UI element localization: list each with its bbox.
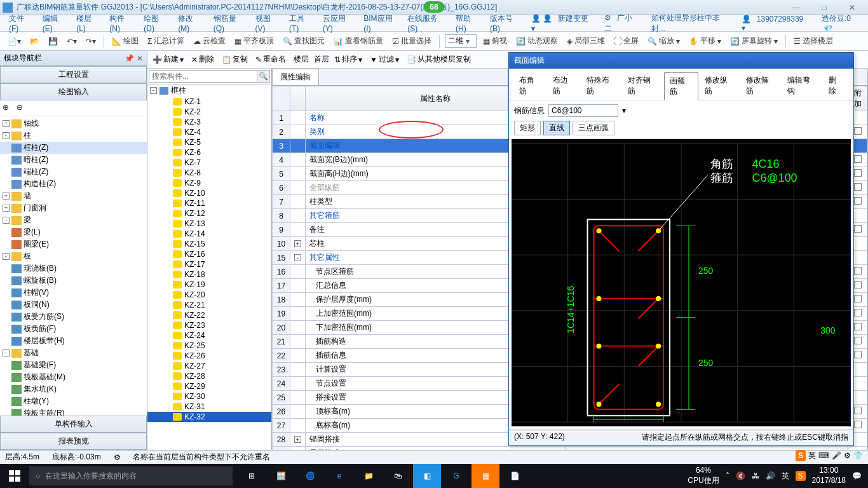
section-tab[interactable]: 编辑弯钩 <box>782 72 822 100</box>
menu-version[interactable]: 版本号(B) <box>486 11 525 35</box>
tray-up-icon[interactable]: ˄ <box>726 471 729 480</box>
section-report[interactable]: 报表预览 <box>0 433 147 450</box>
app-icon-6[interactable]: 📄 <box>501 464 529 488</box>
section-project[interactable]: 工程设置 <box>0 66 147 83</box>
nav-item[interactable]: 现浇板(B) <box>0 262 147 274</box>
component-item[interactable]: KZ-17 <box>147 259 271 269</box>
nav-item[interactable]: 螺旋板(B) <box>0 274 147 287</box>
nav-item[interactable]: 圈梁(E) <box>0 238 147 250</box>
open-icon[interactable]: 📂 <box>27 36 42 47</box>
component-item[interactable]: KZ-3 <box>147 117 271 127</box>
filter-button[interactable]: ▼过滤▾ <box>367 53 402 66</box>
nav-item[interactable]: 集水坑(K) <box>0 383 147 395</box>
component-item[interactable]: KZ-19 <box>147 280 271 290</box>
nav-item[interactable]: 楼层板带(H) <box>0 335 147 347</box>
nav-item[interactable]: -梁 <box>0 214 147 226</box>
taskbar-search[interactable]: ○ 在这里输入你要搜索的内容 <box>29 466 233 485</box>
shape-line-button[interactable]: 直线 <box>543 121 570 135</box>
batch-button[interactable]: ☑批量选择 <box>390 34 434 48</box>
fullscreen-button[interactable]: ⛶全屏 <box>611 34 641 48</box>
steel-info-input[interactable] <box>548 104 618 117</box>
component-item[interactable]: KZ-2 <box>147 107 271 117</box>
dynamic-button[interactable]: 🔄动态观察 <box>513 34 560 48</box>
component-item[interactable]: KZ-15 <box>147 239 271 249</box>
copy-button[interactable]: 📋复制 <box>219 53 250 66</box>
menu-online[interactable]: 在线服务(S) <box>403 11 449 35</box>
clock[interactable]: 13:002017/8/18 <box>812 466 846 485</box>
nav-item[interactable]: 板洞(N) <box>0 299 147 311</box>
section-single[interactable]: 单构件输入 <box>0 416 147 433</box>
nav-item[interactable]: 板负筋(F) <box>0 323 147 335</box>
delete-button[interactable]: ✕删除 <box>189 53 217 66</box>
copy-other-button[interactable]: 📑从其他楼层复制 <box>404 53 473 66</box>
tray-lang[interactable]: 英 <box>782 471 789 482</box>
component-item[interactable]: KZ-30 <box>147 391 271 402</box>
find-button[interactable]: 🔍查找图元 <box>280 34 327 48</box>
app-icon-2[interactable]: 🌀 <box>296 464 324 488</box>
tray-volume-icon[interactable]: 🔊 <box>766 471 775 480</box>
sum-button[interactable]: Σ 汇总计算 <box>145 34 187 48</box>
nav-item[interactable]: 框柱(Z) <box>0 142 147 154</box>
store-icon[interactable]: 🛍 <box>384 464 412 488</box>
app-icon-1[interactable]: 🪟 <box>267 464 295 488</box>
menu-steel[interactable]: 钢筋量(Q) <box>210 11 249 35</box>
taskview-icon[interactable]: ⊞ <box>238 464 266 488</box>
sort-button[interactable]: ⇅排序▾ <box>332 53 365 66</box>
component-item[interactable]: KZ-11 <box>147 198 271 208</box>
nav-item[interactable]: 柱帽(V) <box>0 287 147 299</box>
component-item[interactable]: KZ-27 <box>147 361 271 371</box>
menu-bim[interactable]: BIM应用(I) <box>360 11 401 35</box>
nav-item[interactable]: -板 <box>0 250 147 262</box>
nav-item[interactable]: 端柱(Z) <box>0 166 147 178</box>
pin-icon[interactable]: 📌 <box>125 54 134 63</box>
section-tab[interactable]: 修改纵筋 <box>700 72 740 100</box>
component-item[interactable]: KZ-28 <box>147 371 271 381</box>
nav-item[interactable]: 构造柱(Z) <box>0 178 147 190</box>
tray-notifications-icon[interactable]: 💬 <box>852 471 862 480</box>
section-tab[interactable]: 删除 <box>824 72 848 100</box>
ime-icon[interactable]: S <box>796 450 806 461</box>
rename-button[interactable]: ✎重命名 <box>253 53 288 66</box>
component-item[interactable]: KZ-16 <box>147 249 271 259</box>
menu-file[interactable]: 文件(F) <box>5 11 36 35</box>
nav-item[interactable]: +轴线 <box>0 118 147 130</box>
pan-button[interactable]: ✋平移▾ <box>686 34 724 48</box>
undo-icon[interactable]: ↶▾ <box>64 36 79 47</box>
nav-item[interactable]: 基础梁(F) <box>0 359 147 371</box>
align-button[interactable]: ▦平齐板顶 <box>232 34 276 48</box>
cloud-check-button[interactable]: ☁云检查 <box>191 34 228 48</box>
ime-key-icon[interactable]: ⌨ <box>818 451 829 460</box>
nav-item[interactable]: 板受力筋(S) <box>0 311 147 323</box>
cpu-meter[interactable]: 64%CPU使用 <box>688 466 719 485</box>
component-item[interactable]: KZ-26 <box>147 351 271 361</box>
component-item[interactable]: KZ-10 <box>147 188 271 198</box>
ime-mic-icon[interactable]: 🎤 <box>832 451 841 460</box>
menu-help[interactable]: 帮助(H) <box>452 11 484 35</box>
component-item[interactable]: KZ-8 <box>147 168 271 178</box>
steel-dropdown-icon[interactable]: ▾ <box>622 106 626 115</box>
view-steel-button[interactable]: 📊查看钢筋量 <box>331 34 386 48</box>
tray-ime-icon[interactable]: S <box>796 471 806 481</box>
component-item[interactable]: KZ-12 <box>147 208 271 219</box>
nav-item[interactable]: +墙 <box>0 190 147 202</box>
component-item[interactable]: KZ-6 <box>147 147 271 158</box>
ime-gear-icon[interactable]: ⚙ <box>844 451 851 460</box>
app-icon-3[interactable]: ◧ <box>413 464 441 488</box>
new-button[interactable]: ➕新建▾ <box>150 53 186 66</box>
overview-button[interactable]: ▦俯视 <box>480 34 510 48</box>
menu-edit[interactable]: 编辑(E) <box>39 11 70 35</box>
component-item[interactable]: KZ-24 <box>147 330 271 341</box>
menu-floor[interactable]: 楼层(L) <box>72 11 103 35</box>
shape-rect-button[interactable]: 矩形 <box>514 121 541 135</box>
section-tab[interactable]: 布边筋 <box>548 72 580 100</box>
component-item[interactable]: KZ-21 <box>147 300 271 310</box>
tool-icon-2[interactable]: ⊖ <box>17 103 28 113</box>
nav-item[interactable]: 暗柱(Z) <box>0 154 147 166</box>
section-tab[interactable]: 布角筋 <box>514 72 546 100</box>
rotate-button[interactable]: 🔄屏幕旋转▾ <box>728 34 780 48</box>
menu-component[interactable]: 构件(N) <box>105 11 137 35</box>
new-change-button[interactable]: 👤 新建变更 ▾ <box>527 11 598 35</box>
section-tab[interactable]: 对齐钢筋 <box>623 72 663 100</box>
menu-modify[interactable]: 修改(M) <box>174 11 207 35</box>
component-item[interactable]: KZ-20 <box>147 290 271 300</box>
